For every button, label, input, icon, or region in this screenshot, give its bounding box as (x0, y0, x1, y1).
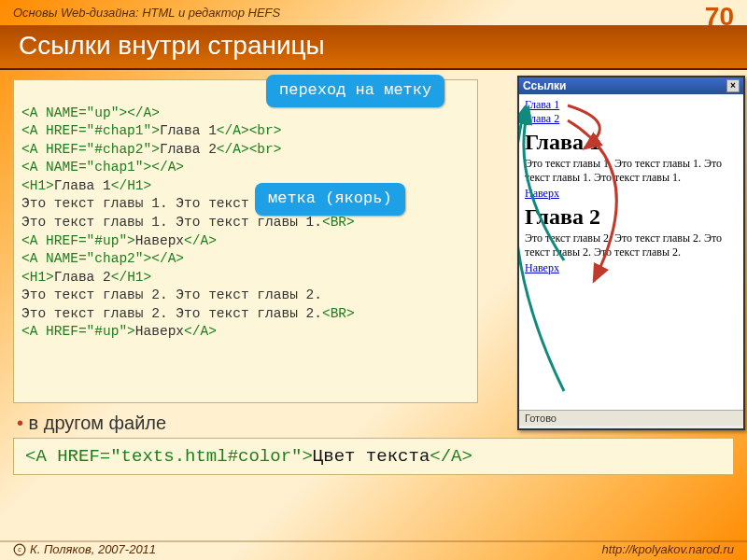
browser-preview: Ссылки × Глава 1 Глава 2 Глава 1 Это тек… (517, 76, 745, 430)
footer-url: http://kpolyakov.narod.ru (602, 542, 734, 556)
browser-titlebar: Ссылки × (519, 77, 743, 94)
preview-h1-chap1: Глава 1 (525, 130, 738, 155)
callout-anchor: метка (якорь) (255, 183, 405, 216)
browser-content: Глава 1 Глава 2 Глава 1 Это текст главы … (519, 94, 743, 410)
callout-transition: переход на метку (266, 75, 444, 107)
preview-link-up2[interactable]: Наверх (525, 261, 559, 274)
code-block-secondary: <A HREF="texts.html#color">Цвет текста</… (13, 438, 734, 475)
browser-statusbar: Готово (519, 410, 743, 426)
preview-link-up1[interactable]: Наверх (525, 187, 559, 200)
close-icon[interactable]: × (726, 79, 740, 92)
browser-title: Ссылки (523, 79, 566, 92)
preview-h1-chap2: Глава 2 (525, 204, 738, 230)
svg-text:c: c (18, 546, 21, 553)
page-title: Ссылки внутри страницы (0, 25, 747, 70)
code-block-main: <A NAME="up"></A> <A HREF="#chap1">Глава… (13, 79, 478, 403)
preview-text-chap1: Это текст главы 1. Это текст главы 1. Эт… (525, 157, 738, 185)
author-label: c К. Поляков, 2007-2011 (13, 542, 156, 556)
preview-text-chap2: Это текст главы 2. Это текст главы 2. Эт… (525, 231, 738, 259)
footer: c К. Поляков, 2007-2011 http://kpolyakov… (0, 540, 747, 556)
page-number: 70 (705, 2, 734, 32)
copyright-icon: c (13, 543, 26, 556)
breadcrumb: Основы Web-дизайна: HTML и редактор HEFS (0, 0, 747, 25)
preview-link-chap2[interactable]: Глава 2 (525, 112, 559, 125)
preview-link-chap1[interactable]: Глава 1 (525, 98, 559, 111)
